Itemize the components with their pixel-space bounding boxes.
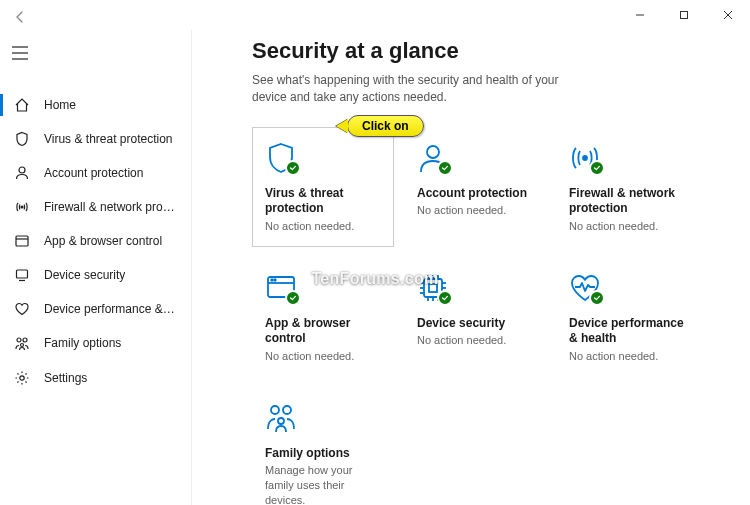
family-icon	[14, 335, 30, 351]
window-titlebar	[0, 0, 750, 30]
card-title: Family options	[265, 446, 381, 462]
card-virus-threat-protection[interactable]: Virus & threat protection No action need…	[252, 127, 394, 247]
svg-point-39	[278, 418, 284, 424]
svg-point-18	[583, 156, 587, 160]
person-icon	[14, 165, 30, 181]
card-account-protection[interactable]: Account protection No action needed.	[404, 127, 546, 247]
card-icon-wrap	[569, 272, 609, 306]
card-app-browser-control[interactable]: App & browser control No action needed.	[252, 257, 394, 377]
card-icon-wrap	[265, 272, 305, 306]
svg-rect-1	[681, 12, 688, 19]
svg-point-37	[271, 406, 279, 414]
sidebar-item-home[interactable]: Home	[0, 88, 191, 122]
sidebar-item-label: Family options	[44, 336, 121, 350]
status-ok-icon	[285, 290, 301, 306]
card-family-options[interactable]: Family options Manage how your family us…	[252, 387, 394, 505]
home-icon	[14, 97, 30, 113]
card-icon-wrap	[265, 142, 305, 176]
sidebar-item-label: Firewall & network protection	[44, 200, 177, 214]
card-title: Account protection	[417, 186, 533, 202]
window-minimize-button[interactable]	[618, 0, 662, 30]
antenna-icon	[14, 199, 30, 215]
svg-rect-24	[429, 284, 437, 292]
card-icon-wrap	[569, 142, 609, 176]
sidebar-item-label: Virus & threat protection	[44, 132, 173, 146]
shield-icon	[14, 131, 30, 147]
status-ok-icon	[589, 290, 605, 306]
card-icon-wrap	[417, 142, 457, 176]
svg-point-21	[271, 279, 273, 281]
svg-point-14	[23, 338, 27, 342]
status-ok-icon	[437, 290, 453, 306]
sidebar-item-label: App & browser control	[44, 234, 162, 248]
family-icon	[265, 402, 297, 434]
callout-text: Click on	[347, 115, 424, 137]
sidebar-item-app-browser[interactable]: App & browser control	[0, 224, 191, 258]
back-button[interactable]	[0, 2, 40, 32]
card-title: Device performance & health	[569, 316, 685, 347]
status-ok-icon	[437, 160, 453, 176]
sidebar-nav: Home Virus & threat protection Account p…	[0, 88, 191, 360]
hamburger-menu-button[interactable]	[0, 36, 40, 70]
card-device-security[interactable]: Device security No action needed.	[404, 257, 546, 377]
card-subtitle: No action needed.	[265, 219, 381, 234]
card-subtitle: No action needed.	[417, 203, 533, 218]
svg-point-17	[427, 146, 439, 158]
card-title: Device security	[417, 316, 533, 332]
card-subtitle: No action needed.	[569, 349, 685, 364]
card-subtitle: Manage how your family uses their device…	[265, 463, 381, 505]
svg-point-22	[274, 279, 276, 281]
sidebar: Home Virus & threat protection Account p…	[0, 30, 192, 505]
sidebar-bottom: Settings	[0, 360, 191, 505]
card-subtitle: No action needed.	[265, 349, 381, 364]
svg-point-8	[21, 206, 23, 208]
window-close-button[interactable]	[706, 0, 750, 30]
heart-icon	[14, 301, 30, 317]
svg-point-7	[19, 167, 25, 173]
page-title: Security at a glance	[252, 38, 722, 64]
sidebar-item-device-security[interactable]: Device security	[0, 258, 191, 292]
sidebar-item-virus-threat[interactable]: Virus & threat protection	[0, 122, 191, 156]
callout-arrow-icon	[336, 119, 348, 133]
svg-point-13	[17, 338, 21, 342]
svg-point-16	[20, 376, 24, 380]
annotation-callout: Click on	[336, 115, 424, 137]
card-firewall-network[interactable]: Firewall & network protection No action …	[556, 127, 698, 247]
sidebar-item-label: Home	[44, 98, 76, 112]
sidebar-item-family-options[interactable]: Family options	[0, 326, 191, 360]
svg-rect-9	[16, 236, 28, 246]
svg-point-38	[283, 406, 291, 414]
status-ok-icon	[285, 160, 301, 176]
card-subtitle: No action needed.	[569, 219, 685, 234]
content-area: Security at a glance See what's happenin…	[192, 30, 750, 505]
sidebar-item-label: Account protection	[44, 166, 143, 180]
card-title: App & browser control	[265, 316, 381, 347]
sidebar-item-account-protection[interactable]: Account protection	[0, 156, 191, 190]
status-ok-icon	[589, 160, 605, 176]
card-icon-wrap	[417, 272, 457, 306]
window-maximize-button[interactable]	[662, 0, 706, 30]
sidebar-item-label: Device security	[44, 268, 125, 282]
svg-point-15	[21, 344, 24, 347]
svg-rect-11	[17, 270, 28, 278]
sidebar-item-device-performance[interactable]: Device performance & health	[0, 292, 191, 326]
device-security-icon	[14, 267, 30, 283]
card-subtitle: No action needed.	[417, 333, 533, 348]
app-browser-icon	[14, 233, 30, 249]
gear-icon	[14, 370, 30, 386]
page-subtitle: See what's happening with the security a…	[252, 72, 562, 107]
card-title: Firewall & network protection	[569, 186, 685, 217]
sidebar-item-label: Settings	[44, 371, 87, 385]
sidebar-item-firewall-network[interactable]: Firewall & network protection	[0, 190, 191, 224]
card-device-performance-health[interactable]: Device performance & health No action ne…	[556, 257, 698, 377]
card-icon-wrap	[265, 402, 305, 436]
card-grid: Virus & threat protection No action need…	[252, 127, 722, 505]
sidebar-item-label: Device performance & health	[44, 302, 177, 316]
sidebar-item-settings[interactable]: Settings	[0, 360, 191, 396]
card-title: Virus & threat protection	[265, 186, 381, 217]
